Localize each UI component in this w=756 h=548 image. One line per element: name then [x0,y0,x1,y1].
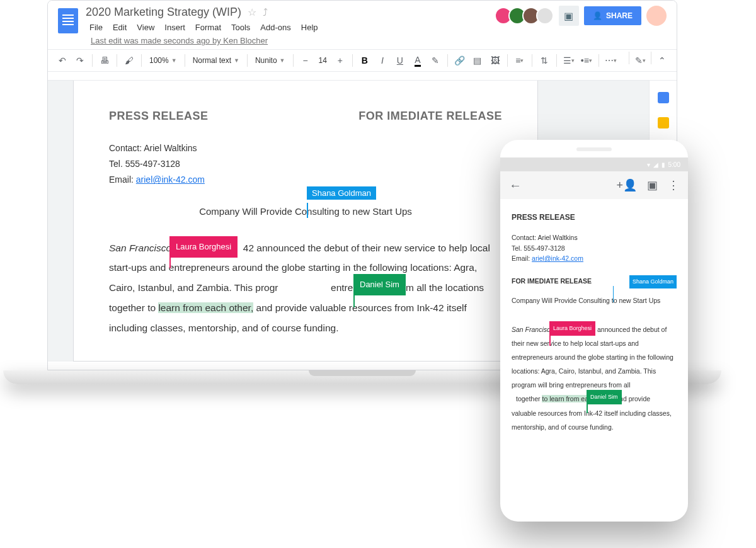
phone-time: 5:00 [668,161,680,168]
menu-help[interactable]: Help [297,21,322,33]
cursor-line [613,286,614,302]
docs-app-icon[interactable] [58,8,78,33]
style-select[interactable]: Normal text▼ [189,56,243,65]
calendar-icon[interactable] [658,92,669,103]
line-spacing-icon[interactable]: ⇅ [536,52,553,69]
comment-icon[interactable]: ▣ [647,178,658,192]
phone-tag-shana: Shana Goldman [629,275,677,288]
numbered-list-icon[interactable]: ☰▾ [561,52,577,69]
comments-button[interactable]: ▣ [559,6,579,26]
print-icon[interactable]: 🖶 [96,52,113,69]
menu-view[interactable]: View [133,21,158,33]
title-area: 2020 Marketing Strategy (WIP) ☆ ⤴ File E… [86,6,491,45]
move-folder-icon[interactable]: ⤴ [263,7,268,18]
header-right: ▣ 👤 SHARE [498,6,667,26]
italic-icon[interactable]: I [374,52,391,69]
collaborator-tag-shana: Shana Goldman [307,186,376,200]
highlighted-text: learn from each other, [158,302,253,313]
menu-edit[interactable]: Edit [109,21,130,33]
keep-icon[interactable] [658,117,669,128]
document-headline: Shana Goldman Company Will Provide Consu… [109,206,502,217]
document-title[interactable]: 2020 Marketing Strategy (WIP) [86,6,241,19]
phone-body-text: Laura Borghesi Daniel Sim San FranciscLa… [512,323,677,433]
comment-icon[interactable]: ▤ [469,52,486,69]
menu-insert[interactable]: Insert [161,21,189,33]
editing-mode-icon[interactable]: ✎▾ [632,52,648,69]
menu-bar: File Edit View Insert Format Tools Add-o… [86,21,491,45]
back-icon[interactable]: ← [509,178,522,193]
person-add-icon[interactable]: +👤 [616,178,637,192]
press-release-heading: PRESS RELEASE [109,110,209,123]
font-size-dec-icon[interactable]: − [297,52,314,69]
phone-headline: Company Will Provide Consulting to new S… [512,295,677,307]
menu-file[interactable]: File [86,21,106,33]
laptop-notch [309,370,416,376]
phone-tag-laura: Laura Borghesi [549,321,595,336]
share-button[interactable]: 👤 SHARE [584,6,641,25]
email-link[interactable]: ariel@ink-42.com [136,174,205,185]
document-body: Laura Borghesi Daniel Sim San FranciscoL… [109,238,502,339]
phone-status-bar: ▾ ◢ ▮ 5:00 [500,157,688,171]
text-color-icon[interactable]: A [410,52,426,69]
cursor-line [549,331,551,346]
star-icon[interactable]: ☆ [248,6,256,18]
cursor-line [587,398,588,413]
formatting-toolbar: ↶ ↷ 🖶 🖌 100%▼ Normal text▼ Nunito▼ − 14 … [48,49,677,72]
cursor-line [353,287,355,307]
zoom-select[interactable]: 100%▼ [146,56,181,65]
expand-icon[interactable]: ⌃ [654,52,670,69]
share-label: SHARE [606,11,633,20]
more-icon[interactable]: ⋯▾ [603,52,619,69]
cursor-line [307,203,308,218]
collaborator-tag-daniel: Daniel Sim [353,274,406,296]
link-icon[interactable]: 🔗 [452,52,468,69]
phone-document[interactable]: PRESS RELEASE Contact: Ariel Waltkins Te… [500,199,688,522]
phone-toolbar: ← +👤 ▣ ⋮ [500,171,688,199]
redo-icon[interactable]: ↷ [72,52,88,69]
font-select[interactable]: Nunito▼ [251,56,289,65]
battery-icon: ▮ [662,161,665,168]
menu-tools[interactable]: Tools [227,21,254,33]
docs-header: 2020 Marketing Strategy (WIP) ☆ ⤴ File E… [48,1,677,45]
avatar[interactable] [536,7,554,25]
contact-tel: Tel. 555-497-3128 [109,156,502,172]
bulleted-list-icon[interactable]: •≡▾ [578,52,595,69]
phone-frame: ▾ ◢ ▮ 5:00 ← +👤 ▣ ⋮ PRESS RELEASE Contac… [500,140,688,522]
undo-icon[interactable]: ↶ [54,52,71,69]
wifi-icon: ▾ [647,161,650,168]
underline-icon[interactable]: U [392,52,408,69]
phone-tag-daniel: Daniel Sim [587,390,622,404]
phone-speaker [576,147,612,151]
cursor-line [169,249,171,268]
contact-block: Contact: Ariel Waltkins Tel. 555-497-312… [109,140,502,188]
collaborator-tag-laura: Laura Borghesi [169,236,238,258]
contact-name: Contact: Ariel Waltkins [109,140,502,156]
edit-status[interactable]: Last edit was made seconds ago by Ken Bl… [91,36,268,45]
font-size-inc-icon[interactable]: + [332,52,348,69]
for-release-heading: FOR IMEDIATE RELEASE [358,110,502,123]
highlight-icon[interactable]: ✎ [427,52,444,69]
align-icon[interactable]: ≡▾ [512,52,528,69]
paint-format-icon[interactable]: 🖌 [121,52,137,69]
ruler[interactable] [48,72,677,81]
font-size[interactable]: 14 [315,56,331,65]
phone-press-release: PRESS RELEASE [512,210,677,225]
phone-contact-block: Contact: Ariel Waltkins Tel. 555-497-312… [512,232,677,264]
signal-icon: ◢ [653,161,658,168]
profile-avatar[interactable] [646,6,667,26]
image-icon[interactable]: 🖼 [487,52,503,69]
bold-icon[interactable]: B [357,52,373,69]
contact-email: Email: ariel@ink-42.com [109,172,502,188]
phone-email-link[interactable]: ariel@ink-42.com [532,254,583,262]
more-vert-icon[interactable]: ⋮ [668,178,679,192]
menu-addons[interactable]: Add-ons [256,21,294,33]
phone-for-release: FOR IMEDIATE RELEASE [512,275,592,288]
document-page[interactable]: PRESS RELEASE FOR IMEDIATE RELEASE Conta… [73,81,538,362]
person-add-icon: 👤 [593,11,602,20]
collaborator-avatars[interactable] [498,7,554,25]
menu-format[interactable]: Format [192,21,225,33]
